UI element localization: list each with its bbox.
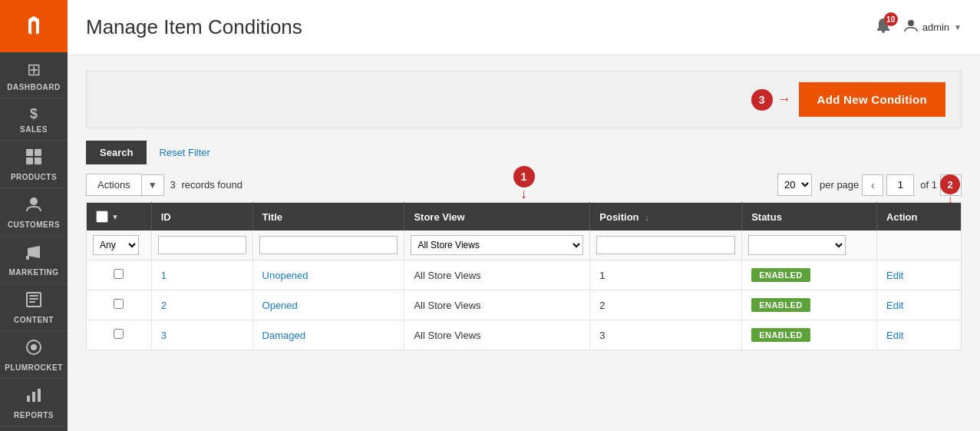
svg-point-18 bbox=[908, 20, 914, 26]
step1-arrow-icon: ↓ bbox=[520, 186, 527, 202]
row-storeview-1: All Store Views bbox=[404, 260, 590, 290]
svg-rect-17 bbox=[38, 389, 41, 402]
sidebar-item-products[interactable]: PRODUCTS bbox=[0, 141, 68, 188]
filter-position-input[interactable] bbox=[596, 236, 735, 254]
notification-bell[interactable]: 10 bbox=[875, 17, 892, 38]
search-button[interactable]: Search bbox=[86, 141, 147, 164]
svg-rect-8 bbox=[26, 256, 29, 260]
step3-indicator: 3 → bbox=[751, 89, 791, 111]
admin-user-menu[interactable]: admin ▼ bbox=[904, 18, 962, 36]
sidebar-item-reports[interactable]: REPORTS bbox=[0, 379, 68, 426]
admin-dropdown-icon: ▼ bbox=[954, 23, 962, 31]
sidebar-item-content[interactable]: CONTENT bbox=[0, 283, 68, 331]
row-action-1: Edit bbox=[877, 260, 962, 290]
page-number-input[interactable] bbox=[886, 174, 914, 196]
dashboard-icon: ⊞ bbox=[27, 60, 41, 80]
prev-page-button[interactable]: ‹ bbox=[862, 174, 883, 196]
row-title-2: Opened bbox=[252, 290, 404, 320]
row-checkbox-cell-2 bbox=[87, 290, 152, 320]
edit-link-2[interactable]: Edit bbox=[886, 300, 903, 311]
row-action-3: Edit bbox=[877, 320, 962, 350]
step1-indicator: 1 ↓ bbox=[513, 166, 535, 202]
row-checkbox-1[interactable] bbox=[114, 269, 124, 279]
sidebar-item-customers[interactable]: CUSTOMERS bbox=[0, 188, 68, 236]
sidebar-item-dashboard[interactable]: ⊞ DASHBOARD bbox=[0, 52, 68, 98]
pagination: 20 per page ‹ of 1 › bbox=[777, 174, 962, 196]
table-row: 2 Opened All Store Views 2 ENABLED Edit bbox=[87, 290, 962, 320]
select-all-checkbox[interactable] bbox=[96, 211, 108, 223]
sidebar-item-label: SALES bbox=[20, 125, 48, 134]
sort-position-icon[interactable]: ↓ bbox=[645, 213, 649, 222]
svg-rect-15 bbox=[27, 396, 30, 402]
filter-title-input[interactable] bbox=[259, 236, 398, 254]
th-title: Title bbox=[252, 203, 404, 231]
filter-position-cell bbox=[590, 230, 742, 260]
svg-rect-16 bbox=[32, 392, 35, 402]
step3-circle: 3 bbox=[751, 89, 773, 111]
actions-pagination-row: Actions ▼ 3 records found 1 ↓ 20 per pag… bbox=[86, 174, 962, 196]
sidebar-item-marketing[interactable]: MARKETING bbox=[0, 236, 68, 283]
actions-label-button[interactable]: Actions bbox=[86, 174, 141, 196]
row-title-link-2[interactable]: Opened bbox=[262, 300, 298, 311]
content-area: 3 → Add New Condition Search Reset Filte… bbox=[68, 55, 980, 431]
row-checkbox-3[interactable] bbox=[114, 329, 124, 339]
filter-checkbox-cell: Any bbox=[87, 230, 152, 260]
admin-avatar-icon bbox=[904, 18, 918, 36]
row-id-1: 1 bbox=[151, 260, 252, 290]
row-status-2: ENABLED bbox=[742, 290, 877, 320]
row-checkbox-cell-3 bbox=[87, 320, 152, 350]
records-found: 3 records found bbox=[170, 179, 243, 191]
sidebar-item-label: MARKETING bbox=[8, 268, 58, 277]
row-title-link-1[interactable]: Unopened bbox=[262, 270, 309, 281]
filter-id-cell bbox=[151, 230, 252, 260]
svg-rect-10 bbox=[29, 295, 38, 297]
actions-dropdown-button[interactable]: ▼ bbox=[141, 174, 164, 196]
reset-filter-button[interactable]: Reset Filter bbox=[156, 141, 213, 164]
row-status-3: ENABLED bbox=[742, 320, 877, 350]
sidebar-item-label: REPORTS bbox=[14, 411, 54, 419]
marketing-icon bbox=[25, 244, 42, 265]
filter-storeview-select[interactable]: All Store Views bbox=[411, 235, 583, 255]
edit-link-1[interactable]: Edit bbox=[886, 270, 903, 281]
sidebar-item-plumrocket[interactable]: PLUMROCKET bbox=[0, 331, 68, 379]
svg-marker-7 bbox=[28, 246, 40, 258]
records-count: 3 bbox=[170, 179, 176, 191]
products-icon bbox=[25, 148, 42, 170]
filter-status-select[interactable]: Enabled Disabled bbox=[748, 235, 846, 255]
svg-point-6 bbox=[30, 197, 38, 205]
edit-link-3[interactable]: Edit bbox=[886, 330, 903, 341]
content-icon bbox=[25, 291, 42, 313]
filter-action-cell bbox=[877, 230, 962, 260]
sidebar-item-label: PLUMROCKET bbox=[5, 363, 63, 372]
row-id-link-1[interactable]: 1 bbox=[161, 270, 167, 281]
page-header: Manage Item Conditions 10 admin ▼ bbox=[68, 0, 980, 55]
row-action-2: Edit bbox=[877, 290, 962, 320]
filter-any-wrapper: Any bbox=[93, 235, 145, 255]
th-checkbox: ▼ bbox=[87, 203, 152, 231]
th-position: Position ↓ bbox=[590, 203, 742, 231]
svg-rect-11 bbox=[29, 298, 38, 300]
th-status: Status bbox=[742, 203, 877, 231]
th-dropdown-arrow[interactable]: ▼ bbox=[111, 213, 119, 221]
add-new-wrapper: 3 → Add New Condition bbox=[751, 82, 945, 117]
row-checkbox-2[interactable] bbox=[114, 299, 124, 309]
sidebar-logo[interactable] bbox=[0, 0, 68, 52]
page-title: Manage Item Conditions bbox=[86, 15, 302, 39]
filter-any-select[interactable]: Any bbox=[93, 235, 139, 255]
row-position-3: 3 bbox=[590, 320, 742, 350]
records-suffix: records found bbox=[181, 179, 243, 191]
svg-rect-2 bbox=[26, 149, 33, 156]
filter-storeview-cell: All Store Views bbox=[404, 230, 590, 260]
status-badge-3: ENABLED bbox=[751, 328, 810, 342]
add-new-condition-button[interactable]: Add New Condition bbox=[799, 82, 945, 117]
customers-icon bbox=[25, 196, 42, 217]
table-wrapper: 2 ↓ ▼ ID bbox=[86, 202, 962, 350]
filter-id-input[interactable] bbox=[158, 236, 246, 254]
per-page-select[interactable]: 20 bbox=[777, 174, 812, 196]
row-title-link-3[interactable]: Damaged bbox=[262, 330, 305, 341]
sidebar-item-sales[interactable]: $ SALES bbox=[0, 98, 68, 141]
row-storeview-2: All Store Views bbox=[404, 290, 590, 320]
row-id-link-3[interactable]: 3 bbox=[161, 330, 167, 341]
row-id-link-2[interactable]: 2 bbox=[161, 300, 167, 311]
main-content: Manage Item Conditions 10 admin ▼ 3 → bbox=[68, 0, 980, 431]
